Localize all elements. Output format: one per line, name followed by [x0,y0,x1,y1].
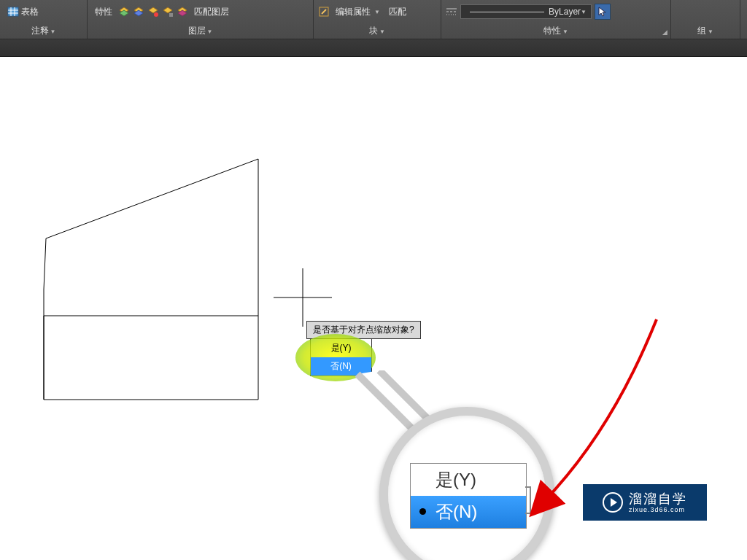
watermark-badge: 溜溜自学 zixue.3d66.com [583,484,707,521]
table-icon [7,6,19,18]
table-label: 表格 [21,6,39,18]
layer-tool-icon-1[interactable] [118,6,130,18]
panel-block-title[interactable]: 块▼ [318,23,436,39]
layer-properties-button[interactable]: 特性 [92,4,115,20]
match-layer-button[interactable]: 匹配图层 [191,4,232,20]
svg-marker-11 [163,7,172,13]
scale-options-popup: 是(Y) 否(N) [310,338,372,376]
svg-marker-9 [149,7,158,13]
watermark-main: 溜溜自学 [629,492,687,505]
ribbon-lower-strip [0,39,747,57]
edit-attr-icon[interactable] [318,6,330,18]
panel-expand-icon[interactable]: ◢ [662,28,667,36]
edit-attr-label: 编辑属性 [336,6,371,18]
svg-point-10 [154,12,158,17]
svg-rect-12 [169,13,173,17]
watermark-text: 溜溜自学 zixue.3d66.com [629,492,687,513]
shape-polyline [44,159,258,400]
match-block-label: 匹配 [389,6,406,18]
shape-box-bottom [44,316,258,400]
option-no[interactable]: 否(N) [311,357,371,376]
magnified-options: 是(Y) 否(N) [410,463,527,529]
select-cursor-icon[interactable] [595,4,611,20]
chevron-down-icon: ▼ [708,28,713,35]
drawing-canvas[interactable]: 是否基于对齐点缩放对象? 是(Y) 否(N) 是(Y) 否(N) 溜溜自学 zi [0,57,747,560]
mag-option-yes[interactable]: 是(Y) [411,464,526,496]
chevron-down-icon: ▼ [379,28,385,35]
line-sample [470,12,544,12]
match-layer-label: 匹配图层 [194,6,229,18]
layer-tool-icon-3[interactable] [147,6,159,18]
mag-border-extra [525,486,531,514]
panel-properties: ByLayer ▼ 特性▼ ◢ [441,0,671,39]
chevron-down-icon: ▼ [50,28,56,35]
mag-option-no[interactable]: 否(N) [411,496,526,528]
match-block-button[interactable]: 匹配 [386,4,409,20]
panel-properties-title[interactable]: 特性▼ [446,23,666,39]
ribbon-toolbar: 表格 注释▼ 特性 [0,0,747,39]
watermark-sub: zixue.3d66.com [629,507,687,513]
scale-prompt: 是否基于对齐点缩放对象? [306,321,421,339]
table-button[interactable]: 表格 [4,4,42,20]
panel-block: 编辑属性 ▼ 匹配 块▼ [314,0,441,39]
bylayer-label: ByLayer [549,7,581,17]
option-yes[interactable]: 是(Y) [311,339,371,357]
layer-tool-icon-4[interactable] [162,6,174,18]
bylayer-dropdown[interactable]: ByLayer ▼ [460,4,592,19]
play-icon [603,492,623,513]
chevron-down-icon: ▼ [374,9,380,15]
layer-tool-icon-5[interactable] [177,6,188,18]
panel-group: 组▼ [671,0,740,39]
panel-layers: 特性 匹配图层 图层▼ [88,0,314,39]
chevron-down-icon: ▼ [581,9,587,15]
panel-annotation-title[interactable]: 注释▼ [4,23,82,39]
prompt-text: 是否基于对齐点缩放对象? [313,324,414,335]
layer-properties-label: 特性 [95,6,112,18]
linetype-icon[interactable] [446,6,457,18]
chevron-down-icon: ▼ [207,28,213,35]
svg-rect-0 [8,7,18,16]
panel-group-title[interactable]: 组▼ [676,23,735,39]
edit-attr-button[interactable]: 编辑属性 ▼ [333,4,383,20]
layer-tool-icon-2[interactable] [133,6,144,18]
panel-annotation: 表格 注释▼ [0,0,88,39]
panel-layers-title[interactable]: 图层▼ [92,23,309,39]
chevron-down-icon: ▼ [562,28,568,35]
